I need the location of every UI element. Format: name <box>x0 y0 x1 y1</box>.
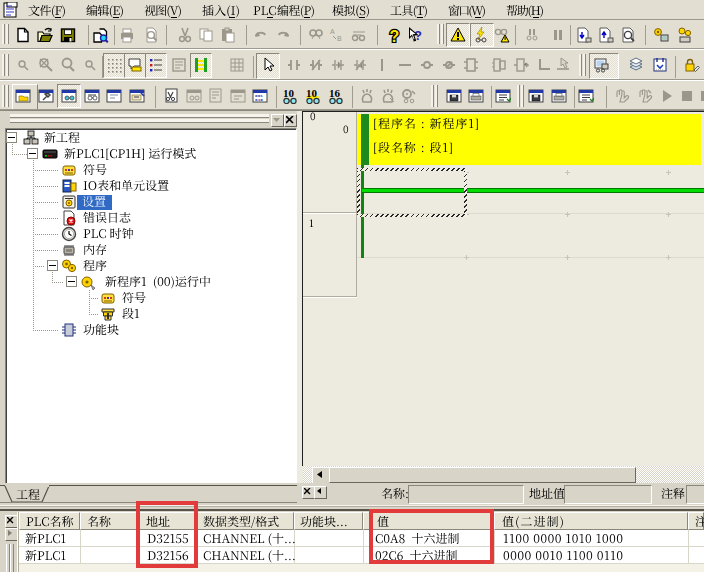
svg-text:16: 16 <box>329 88 341 99</box>
svg-text:?: ? <box>390 28 400 44</box>
svg-text:A: A <box>330 28 335 35</box>
svg-text:10: 10 <box>306 88 318 99</box>
svg-text:010: 010 <box>255 97 263 102</box>
svg-text:10: 10 <box>283 88 295 99</box>
svg-text:B: B <box>337 35 342 42</box>
